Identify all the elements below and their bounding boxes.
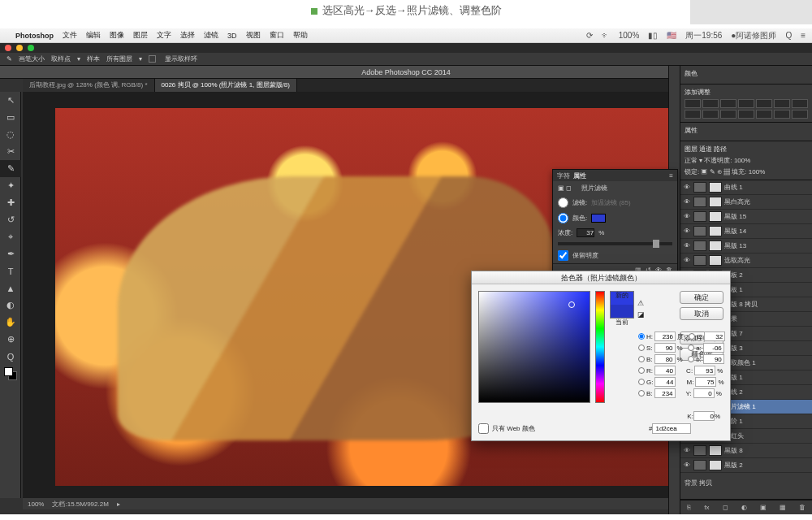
pf-preserve-checkbox[interactable] bbox=[558, 250, 568, 261]
app-name[interactable]: Photoshop bbox=[15, 32, 54, 40]
layer-name[interactable]: 黑版 15 bbox=[724, 212, 810, 221]
layer-row[interactable]: 👁曲线 1 bbox=[680, 180, 812, 195]
visibility-icon[interactable]: 👁 bbox=[683, 257, 691, 264]
layer-thumb[interactable] bbox=[693, 460, 706, 470]
menu-select[interactable]: 选择 bbox=[180, 30, 195, 41]
cp-c-input[interactable] bbox=[694, 366, 715, 375]
layer-row[interactable]: 👁黑版 13 bbox=[680, 239, 812, 254]
layer-name[interactable]: 选取颜色 1 bbox=[724, 358, 810, 367]
layer-thumb[interactable] bbox=[693, 197, 706, 207]
layer-name[interactable]: 照片滤镜 1 bbox=[724, 402, 810, 411]
color-picker-dialog[interactable]: 拾色器（照片滤镜颜色） 新的当前 ⚠ ◪ 确定 取消 添加到色板 颜色库 H:度… bbox=[471, 271, 731, 441]
cp-h-input[interactable] bbox=[654, 332, 676, 341]
sample-layers[interactable]: 所有图层 bbox=[106, 54, 132, 63]
move-tool[interactable]: ↖ bbox=[0, 92, 21, 109]
menu-edit[interactable]: 编辑 bbox=[86, 30, 101, 41]
cp-a-radio[interactable] bbox=[688, 344, 694, 351]
path-tool[interactable]: ▲ bbox=[0, 280, 21, 297]
zoom-window-icon[interactable] bbox=[28, 45, 34, 51]
visibility-icon[interactable]: 👁 bbox=[683, 213, 691, 220]
doc-size[interactable]: 文档:15.5M/992.2M bbox=[52, 500, 108, 509]
minimize-window-icon[interactable] bbox=[16, 45, 23, 51]
eyedropper-tool[interactable]: ✎ bbox=[0, 160, 21, 177]
hand-tool[interactable]: ✋ bbox=[0, 314, 21, 331]
layer-name[interactable]: 黑版 14 bbox=[724, 227, 810, 236]
sync-icon[interactable]: ⟳ bbox=[586, 31, 593, 40]
marquee-tool[interactable]: ▭ bbox=[0, 109, 21, 126]
menu-view[interactable]: 视图 bbox=[246, 30, 261, 41]
new-layer-icon[interactable]: ▦ bbox=[780, 504, 786, 511]
layer-thumb[interactable] bbox=[693, 211, 706, 222]
brush-tool[interactable]: ✚ bbox=[0, 194, 21, 211]
layer-name[interactable]: 图板 2 bbox=[724, 271, 810, 280]
layer-row[interactable]: 👁黑版 15 bbox=[680, 210, 812, 224]
layer-mask[interactable] bbox=[709, 226, 722, 236]
menu-extras-icon[interactable]: ≡ bbox=[801, 31, 806, 40]
crop-tool[interactable]: ✂ bbox=[0, 143, 21, 160]
properties-panel[interactable]: 属性 bbox=[680, 123, 812, 141]
visibility-icon[interactable]: 👁 bbox=[683, 462, 691, 469]
flag-icon[interactable]: 🇺🇸 bbox=[667, 31, 676, 40]
eyedropper-icon[interactable]: ✎ bbox=[6, 55, 12, 63]
layer-thumb[interactable] bbox=[693, 240, 706, 251]
visibility-icon[interactable]: 👁 bbox=[683, 198, 691, 206]
menu-type[interactable]: 文字 bbox=[157, 30, 171, 41]
adjustment-presets[interactable] bbox=[685, 99, 808, 119]
shape-tool[interactable]: ◐ bbox=[0, 297, 21, 314]
heal-tool[interactable]: ✦ bbox=[0, 177, 21, 194]
menu-file[interactable]: 文件 bbox=[63, 30, 77, 41]
panel-menu-icon[interactable]: ≡ bbox=[669, 172, 673, 180]
layer-mask[interactable] bbox=[709, 240, 722, 251]
doc-tab-2[interactable]: 0026 拷贝 @ 100% (照片滤镜 1, 图层蒙版/8) bbox=[155, 79, 297, 92]
close-window-icon[interactable] bbox=[5, 45, 11, 51]
cancel-button[interactable]: 取消 bbox=[680, 307, 723, 320]
stamp-tool[interactable]: ↺ bbox=[0, 211, 21, 228]
layer-mask[interactable] bbox=[709, 460, 722, 470]
layers-tabs[interactable]: 图层 通道 路径 bbox=[685, 145, 808, 154]
visibility-icon[interactable]: 👁 bbox=[683, 447, 691, 454]
menu-filter[interactable]: 滤镜 bbox=[204, 30, 218, 41]
layer-name[interactable]: 选取高光 bbox=[724, 256, 810, 265]
layer-name[interactable]: 黑版 8 bbox=[724, 446, 810, 455]
lock-row[interactable]: 锁定: ▣ ✎ ⊕ ▦ 填充: 100% bbox=[685, 167, 808, 176]
gradient-tool[interactable]: ⌖ bbox=[0, 228, 21, 245]
cp-b-input[interactable] bbox=[654, 354, 676, 364]
layer-name[interactable]: 黑版 13 bbox=[724, 241, 810, 250]
layer-thumb[interactable] bbox=[693, 255, 706, 266]
layer-name[interactable]: 效果 bbox=[724, 314, 810, 323]
layer-name[interactable]: 黑白高光 bbox=[724, 197, 810, 206]
gamut-warning-icon[interactable]: ⚠ bbox=[637, 299, 644, 307]
cp-b2-input[interactable] bbox=[703, 354, 724, 364]
cp-web-only[interactable]: 只有 Web 颜色 bbox=[478, 423, 535, 434]
layer-row[interactable]: 👁选取高光 bbox=[680, 254, 812, 268]
layer-name[interactable]: 曲线 2 bbox=[724, 388, 810, 396]
cp-g-radio[interactable] bbox=[638, 379, 645, 385]
pen-tool[interactable]: ✒ bbox=[0, 245, 21, 262]
pf-color-radio[interactable] bbox=[558, 213, 568, 223]
layer-name[interactable]: 曲线 1 bbox=[724, 183, 810, 192]
color-swatches[interactable] bbox=[0, 365, 21, 382]
cp-bc-radio[interactable] bbox=[638, 390, 645, 396]
menu-window[interactable]: 窗口 bbox=[270, 30, 284, 41]
cp-hue-slider[interactable] bbox=[595, 291, 605, 403]
pf-color-swatch[interactable] bbox=[591, 214, 606, 223]
user-name[interactable]: ●阿诺修图师 bbox=[731, 30, 776, 41]
ok-button[interactable]: 确定 bbox=[680, 291, 723, 304]
link-icon[interactable]: ⎘ bbox=[687, 504, 691, 511]
cp-r-input[interactable] bbox=[654, 366, 676, 375]
lasso-tool[interactable]: ◌ bbox=[0, 126, 21, 143]
blend-mode[interactable]: 正常 ▾ 不透明度: 100% bbox=[685, 156, 808, 165]
zoom-tool[interactable]: ⊕ bbox=[0, 331, 21, 348]
layer-name[interactable]: 黑版 8 拷贝 bbox=[724, 300, 810, 309]
cp-hex-input[interactable] bbox=[652, 423, 691, 434]
cp-field-marker[interactable] bbox=[568, 301, 575, 308]
cp-s-radio[interactable] bbox=[638, 344, 645, 351]
layer-mask[interactable] bbox=[709, 445, 722, 456]
cube-icon[interactable]: ◪ bbox=[637, 310, 645, 318]
cp-k-input[interactable] bbox=[693, 411, 715, 421]
cp-y-input[interactable] bbox=[693, 388, 715, 398]
cp-b-radio[interactable] bbox=[638, 356, 645, 362]
color-panel[interactable]: 颜色 bbox=[680, 66, 812, 84]
pf-density-input[interactable] bbox=[577, 228, 594, 237]
layer-name[interactable]: 黑版 3 bbox=[724, 344, 810, 353]
